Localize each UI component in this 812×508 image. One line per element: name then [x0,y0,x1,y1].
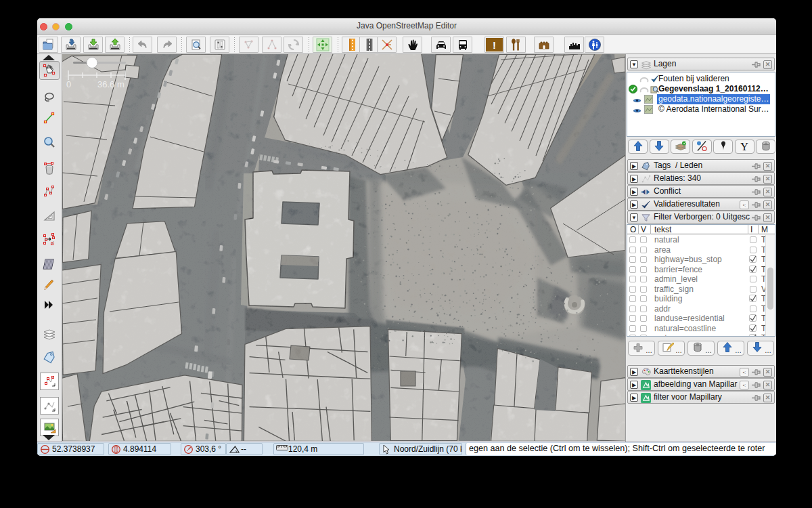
svg-text:0: 0 [66,79,71,89]
svg-text:36.6 m: 36.6 m [97,79,125,89]
svg-text:Y: Y [740,140,748,151]
